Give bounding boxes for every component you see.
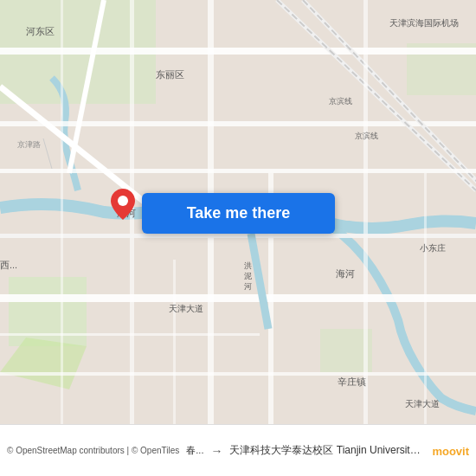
svg-rect-14 <box>0 294 476 302</box>
arrow-icon: → <box>210 444 222 458</box>
svg-text:天津大道: 天津大道 <box>405 399 440 408</box>
svg-rect-24 <box>61 0 63 424</box>
svg-rect-19 <box>363 0 368 424</box>
svg-rect-23 <box>0 333 260 336</box>
svg-rect-17 <box>0 169 476 173</box>
svg-rect-20 <box>0 234 476 238</box>
moovit-logo: moovit <box>432 443 469 459</box>
svg-text:海河: 海河 <box>336 268 355 279</box>
take-me-there-button[interactable]: Take me there <box>142 193 335 234</box>
svg-text:京滨线: 京滨线 <box>329 97 352 106</box>
svg-text:泥: 泥 <box>244 272 252 280</box>
svg-rect-26 <box>173 260 176 424</box>
bottom-bar: © OpenStreetMap contributors | © OpenTil… <box>0 424 476 476</box>
svg-text:河: 河 <box>244 282 252 291</box>
origin-label: 春... <box>186 444 203 457</box>
svg-text:小东庄: 小东庄 <box>420 243 446 253</box>
moovit-brand: moovit <box>432 445 469 458</box>
svg-rect-22 <box>0 372 476 376</box>
origin-pin <box>111 189 135 223</box>
svg-text:洪: 洪 <box>244 261 252 270</box>
svg-text:东丽区: 东丽区 <box>156 69 184 80</box>
svg-rect-6 <box>0 48 476 55</box>
svg-text:京滨线: 京滨线 <box>355 132 378 140</box>
destination-text: 天津科技大学泰达校区 Tianjin University of S... <box>229 443 425 458</box>
svg-text:辛庄镇: 辛庄镇 <box>338 376 366 387</box>
svg-text:西...: 西... <box>0 260 17 270</box>
svg-text:天津大道: 天津大道 <box>169 304 203 313</box>
svg-rect-25 <box>424 173 427 424</box>
svg-text:京津路: 京津路 <box>17 140 41 149</box>
map-container[interactable]: 河东区 东丽区 天津滨海国际机场 京滨线 京滨线 小东庄 海河 天津大道 洪 泥… <box>0 0 476 424</box>
svg-text:天津滨海国际机场: 天津滨海国际机场 <box>389 18 459 28</box>
svg-point-44 <box>118 196 128 206</box>
svg-text:河东区: 河东区 <box>26 26 55 36</box>
attribution-text: © OpenStreetMap contributors | © OpenTil… <box>7 446 179 455</box>
